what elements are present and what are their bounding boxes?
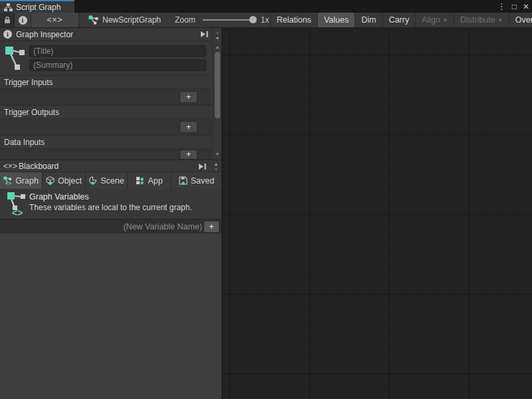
data-inputs-header: Data Inputs <box>0 135 211 148</box>
align-dropdown[interactable]: Align ▼ <box>415 13 454 27</box>
toolbar-toggle-group: Relations Values Dim Carry Align ▼ Distr… <box>270 13 532 27</box>
graph-variables-icon: <> <box>7 192 28 217</box>
variables-list-empty-area <box>0 233 221 399</box>
trigger-outputs-row: + <box>0 118 211 135</box>
graph-inspector-title: Graph Inspector <box>16 30 73 39</box>
trigger-inputs-header: Trigger Inputs <box>0 75 211 88</box>
scroll-up-icon[interactable]: ▲ <box>213 30 222 35</box>
relations-label: Relations <box>277 15 311 25</box>
info-icon: i <box>19 16 27 25</box>
blackboard-toggle-button[interactable]: <×> <box>31 13 79 27</box>
tab-script-graph[interactable]: Script Graph <box>0 0 74 13</box>
close-icon[interactable]: ✕ <box>523 2 529 11</box>
new-variable-name-input[interactable] <box>3 221 202 233</box>
zoom-value: 1x <box>261 13 269 27</box>
blackboard-tabs: <> Graph Object Scene <box>0 172 221 189</box>
graph-summary-input[interactable] <box>29 59 206 71</box>
inspector-toggle-button[interactable]: i <box>15 13 31 27</box>
tab-graph-variables[interactable]: <> Graph <box>0 172 42 189</box>
trigger-outputs-header: Trigger Outputs <box>0 105 211 118</box>
new-variable-row: + <box>0 219 221 233</box>
graph-name-label: NewScriptGraph <box>102 15 161 25</box>
blackboard-title: Blackboard <box>19 162 59 171</box>
titlebar: Script Graph ⋮ □ ✕ <box>0 0 532 13</box>
script-graph-window: Script Graph ⋮ □ ✕ i <×> <box>0 0 532 399</box>
window-controls: ⋮ □ ✕ <box>497 0 529 13</box>
blackboard-header: <×> Blackboard ▲ ▼ <box>0 160 221 172</box>
add-trigger-input-button[interactable]: + <box>180 91 198 103</box>
lock-icon <box>4 16 11 24</box>
tab-app-variables[interactable]: App <box>128 172 171 189</box>
values-button[interactable]: Values <box>317 13 354 27</box>
lock-button[interactable] <box>0 13 15 27</box>
zoom-slider-track[interactable] <box>203 19 255 21</box>
maximize-icon[interactable]: □ <box>512 2 517 11</box>
inspector-scrollbar[interactable]: ▲ ▼ ▲ ▼ <box>212 28 221 160</box>
graph-breadcrumb[interactable]: NewScriptGraph <box>88 13 161 27</box>
dim-label: Dim <box>361 15 376 25</box>
carry-button[interactable]: Carry <box>382 13 416 27</box>
add-variable-button[interactable]: + <box>203 221 219 233</box>
chevron-down-icon: ▼ <box>443 18 448 23</box>
svg-text:<>: <> <box>5 180 12 186</box>
code-brackets-icon: <×> <box>3 162 17 171</box>
trigger-outputs-label: Trigger Outputs <box>4 108 59 117</box>
tab-title: Script Graph <box>16 3 61 12</box>
zoom-slider-handle[interactable] <box>249 16 257 23</box>
add-data-input-button[interactable]: + <box>180 150 198 160</box>
add-trigger-output-button[interactable]: + <box>180 121 198 133</box>
scroll-up-icon[interactable]: ▲ <box>211 162 221 167</box>
zoom-label: Zoom <box>175 13 196 27</box>
data-inputs-row: + <box>0 148 211 160</box>
graph-variables-section: <> Graph Variables These variables are l… <box>0 189 221 219</box>
trigger-inputs-label: Trigger Inputs <box>4 78 53 87</box>
scrollbar-thumb[interactable] <box>215 52 220 118</box>
chevron-down-icon: ▼ <box>498 18 503 23</box>
graph-title-input[interactable] <box>29 45 206 57</box>
saved-floppy-icon <box>179 176 188 185</box>
tab-scene-label: Scene <box>100 176 124 186</box>
scroll-down-icon[interactable]: ▼ <box>211 167 221 172</box>
scroll-down-icon[interactable]: ▼ <box>213 36 222 41</box>
info-icon: i <box>3 30 12 39</box>
overview-button[interactable]: Overview <box>509 13 532 27</box>
relations-button[interactable]: Relations <box>270 13 317 27</box>
object-cube-icon <box>46 176 55 185</box>
scene-icon <box>88 176 97 185</box>
tab-graph-label: Graph <box>15 176 39 186</box>
distribute-label: Distribute <box>460 15 495 25</box>
tab-object-label: Object <box>58 176 82 186</box>
graph-inspector-header: i Graph Inspector <box>0 28 211 41</box>
graph-toolbar: i <×> NewScriptGraph Zoom 1x Relations V… <box>0 13 532 28</box>
tab-saved-variables[interactable]: Saved <box>172 172 221 189</box>
window-menu-icon[interactable]: ⋮ <box>497 1 506 11</box>
scroll-up-icon[interactable]: ▲ <box>213 45 222 50</box>
trigger-inputs-row: + <box>0 88 211 105</box>
tab-app-label: App <box>148 176 162 186</box>
carry-label: Carry <box>389 15 410 25</box>
scroll-down-icon[interactable]: ▼ <box>213 152 222 157</box>
tab-saved-label: Saved <box>191 176 214 186</box>
dock-panel-icon[interactable] <box>200 31 209 38</box>
side-panel: i Graph Inspector Trigger Inputs + Trigg… <box>0 28 221 399</box>
graph-variables-description: These variables are local to the current… <box>29 203 192 212</box>
values-label: Values <box>324 15 348 25</box>
graph-variables-tab-icon: <> <box>3 176 12 185</box>
tab-object-variables[interactable]: Object <box>43 172 85 189</box>
dim-button[interactable]: Dim <box>354 13 382 27</box>
data-inputs-label: Data Inputs <box>4 138 45 147</box>
dock-panel-icon[interactable] <box>198 163 207 170</box>
align-label: Align <box>422 15 440 25</box>
graph-canvas[interactable] <box>222 28 532 399</box>
app-blocks-icon <box>136 176 144 185</box>
graph-variables-title: Graph Variables <box>29 192 88 201</box>
graph-node-icon <box>88 15 98 25</box>
overview-label: Overview <box>515 15 532 25</box>
graph-inspector-node-icon <box>5 45 26 72</box>
svg-text:<>: <> <box>12 207 23 217</box>
distribute-dropdown[interactable]: Distribute ▼ <box>454 13 509 27</box>
tab-scene-variables[interactable]: Scene <box>86 172 127 189</box>
code-brackets-icon: <×> <box>47 15 63 25</box>
script-graph-tab-icon <box>4 3 13 11</box>
